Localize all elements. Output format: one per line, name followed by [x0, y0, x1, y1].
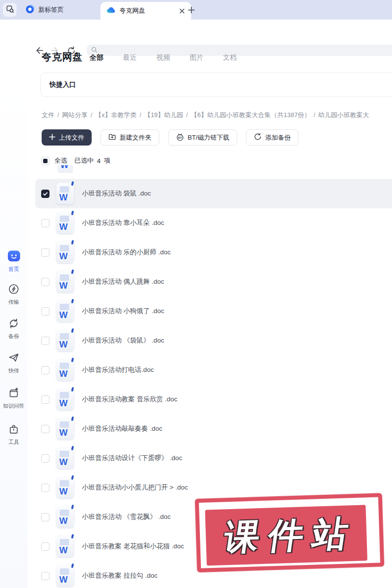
row-checkbox[interactable] — [41, 190, 49, 198]
folded-corner — [71, 446, 74, 451]
word-letter: W — [59, 311, 68, 319]
row-checkbox[interactable] — [41, 248, 49, 257]
file-name[interactable]: 小班音乐活动 靠小耳朵 .doc — [82, 219, 164, 227]
file-row[interactable]: W 小班音乐活动 袋鼠 .doc — [35, 179, 392, 208]
file-name[interactable]: 小班音乐活动 乐的小厨师 .doc — [82, 248, 171, 257]
file-name[interactable]: 小班音乐活动小小蛋儿把门开 > .doc — [82, 483, 188, 492]
bt-magnet-download-button[interactable]: BT BT/磁力链下载 — [168, 129, 237, 146]
row-checkbox[interactable] — [41, 425, 49, 433]
tab-document[interactable]: 文档 — [223, 53, 237, 62]
breadcrumb-separator: / — [186, 111, 188, 119]
word-doc-icon: W — [56, 447, 74, 469]
breadcrumb-item[interactable]: 幼儿园小班教案大 — [318, 111, 369, 119]
sidebar-item-knowledge-qa[interactable]: 知识问答 — [0, 387, 27, 410]
word-doc-icon: W — [56, 300, 74, 322]
doc-header-block — [60, 363, 69, 369]
breadcrumb-item[interactable]: 文件 — [42, 111, 54, 119]
row-checkbox[interactable] — [41, 542, 49, 551]
row-checkbox[interactable] — [41, 395, 49, 404]
file-row[interactable]: W 小班音乐活动 小狗饿了 .doc — [35, 296, 392, 326]
file-name[interactable]: 小班音乐活动 小狗饿了 .doc — [82, 307, 164, 316]
backup-sync-icon — [8, 322, 20, 331]
new-folder-button[interactable]: 新建文件夹 — [100, 129, 159, 146]
tab-recent[interactable]: 最近 — [123, 53, 137, 62]
word-letter: W — [59, 575, 68, 584]
file-name[interactable]: 小班音乐活动 《雪花飘》 .doc — [82, 513, 171, 521]
browser-tab-quark-drive[interactable]: 夸克网盘 — [100, 2, 191, 20]
file-row[interactable]: W 小班音乐活动设计《下蛋啰》 .doc — [35, 443, 392, 473]
quark-browser-logo-icon — [25, 5, 34, 15]
row-checkbox[interactable] — [41, 219, 49, 227]
select-all-checkbox[interactable] — [41, 157, 49, 165]
breadcrumb-item[interactable]: 【19】幼儿园 — [144, 111, 183, 119]
actions-toolbar: 上传文件 新建文件夹 BT BT/磁力链下载 添加备份 — [42, 129, 298, 146]
breadcrumb-item[interactable]: 【x】非教学类 — [95, 111, 137, 119]
word-doc-icon: W — [56, 183, 74, 204]
word-doc-icon: W — [56, 330, 74, 351]
file-name[interactable]: 小班音乐教案 拉拉勾 .doc — [82, 571, 158, 580]
circular-arrow-icon — [254, 133, 262, 142]
upload-file-button[interactable]: 上传文件 — [42, 129, 92, 146]
file-name[interactable]: 小班音乐活动 《袋鼠》 .doc — [82, 336, 164, 345]
watermark-stamp: 课件站 — [194, 492, 391, 575]
row-checkbox[interactable] — [41, 484, 49, 492]
new-tab-plus-icon[interactable] — [186, 4, 196, 15]
file-name[interactable]: 小班音乐活动设计《下蛋啰》 .doc — [82, 454, 182, 463]
file-name[interactable]: 小班音乐活动打电话.doc — [82, 366, 154, 374]
file-name[interactable]: 小班音乐活动敲敲奏奏 .doc — [82, 424, 162, 433]
file-name[interactable]: 小班音乐活动 偶人跳舞 .doc — [82, 277, 164, 286]
bt-download-label: BT/磁力链下载 — [188, 133, 229, 142]
breadcrumb-separator: / — [57, 111, 59, 119]
doc-header-block — [60, 539, 69, 545]
add-backup-label: 添加备份 — [265, 133, 291, 142]
row-checkbox[interactable] — [41, 454, 49, 463]
sidebar-item-backup[interactable]: 备份 — [0, 318, 27, 340]
file-row[interactable]: W 小班音乐活动打电话.doc — [35, 355, 392, 385]
sidebar-item-label: 备份 — [0, 333, 27, 340]
file-row[interactable]: W 小班音乐活动 《袋鼠》 .doc — [35, 326, 392, 355]
doc-header-block — [60, 392, 69, 398]
row-checkbox[interactable] — [41, 337, 49, 345]
breadcrumb-item[interactable]: 网站分享 — [62, 111, 88, 119]
row-checkbox[interactable] — [41, 366, 49, 374]
row-checkbox[interactable] — [41, 278, 49, 286]
file-name[interactable]: 小班音乐教案 老花猫和小花猫 .doc — [82, 542, 184, 551]
folded-corner — [71, 270, 74, 274]
close-tab-icon[interactable] — [177, 6, 186, 15]
sidebar-item-tools[interactable]: 工具 — [0, 423, 27, 446]
file-row[interactable]: W 小班音乐活动 乐的小厨师 .doc — [35, 238, 392, 267]
breadcrumb-item[interactable]: 【6】幼儿园小班教案大合集（共1387份） — [191, 111, 310, 119]
file-name[interactable]: 小班音乐活动教案 音乐欣赏 .doc — [82, 395, 177, 404]
tab-search-button[interactable] — [3, 3, 17, 17]
sidebar-item-transfer[interactable]: 传输 — [0, 283, 27, 306]
doc-header-block — [60, 245, 69, 251]
word-letter: W — [59, 222, 68, 231]
browser-tab-newtab[interactable]: 新标签页 — [19, 0, 71, 20]
row-checkbox[interactable] — [41, 307, 49, 316]
file-row[interactable]: W 小班音乐活动教案 音乐欣赏 .doc — [35, 385, 392, 414]
quick-access-panel[interactable]: 快捷入口 — [40, 73, 392, 97]
file-name[interactable]: 小班音乐活动 袋鼠 .doc — [82, 189, 151, 198]
tab-label: 新标签页 — [38, 5, 64, 14]
doc-header-block — [60, 421, 69, 428]
sidebar-item-label: 首页 — [0, 266, 27, 273]
selected-unit: 项 — [104, 156, 110, 165]
file-row[interactable]: W 小班音乐活动敲敲奏奏 .doc — [35, 414, 392, 443]
file-row[interactable]: W 小班音乐活动 偶人跳舞 .doc — [35, 267, 392, 296]
sidebar-item-home[interactable]: 首页 — [0, 250, 27, 273]
home-smiley-icon — [7, 255, 21, 264]
tab-image[interactable]: 图片 — [190, 53, 203, 62]
doc-header-block — [60, 333, 69, 340]
doc-header-block — [60, 480, 69, 487]
doc-header-block — [60, 304, 69, 310]
row-checkbox[interactable] — [41, 572, 49, 580]
file-row[interactable]: W 小班音乐活动 靠小耳朵 .doc — [35, 208, 392, 238]
word-letter: W — [60, 165, 69, 170]
tab-all[interactable]: 全部 — [90, 53, 103, 62]
sidebar-item-quick-send[interactable]: 快传 — [0, 352, 27, 374]
word-doc-icon: W — [56, 271, 74, 293]
select-all-label[interactable]: 全选 — [54, 156, 67, 165]
row-checkbox[interactable] — [41, 513, 49, 521]
tab-video[interactable]: 视频 — [156, 53, 170, 62]
add-backup-button[interactable]: 添加备份 — [246, 129, 298, 146]
